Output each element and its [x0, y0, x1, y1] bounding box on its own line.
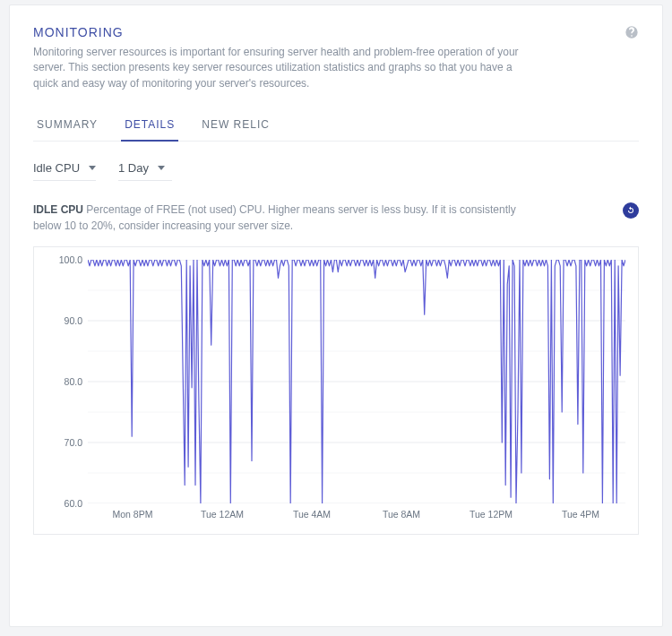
- tab-summary[interactable]: SUMMARY: [33, 111, 101, 142]
- x-tick-label: Tue 12AM: [201, 509, 244, 520]
- selectors-row: Idle CPU 1 Day: [33, 156, 639, 181]
- page-title: MONITORING: [33, 25, 535, 39]
- caret-down-icon: [158, 166, 165, 170]
- x-tick-label: Tue 12PM: [470, 509, 513, 520]
- monitoring-card: MONITORING Monitoring server resources i…: [9, 4, 663, 627]
- metric-description: IDLE CPU Percentage of FREE (not used) C…: [33, 202, 535, 234]
- metric-select[interactable]: Idle CPU: [33, 156, 96, 181]
- y-tick-label: 100.0: [59, 254, 88, 265]
- refresh-icon: [625, 205, 636, 216]
- x-tick-label: Tue 4AM: [293, 509, 331, 520]
- x-axis-labels: Mon 8PMTue 12AMTue 4AMTue 8AMTue 12PMTue…: [88, 509, 625, 521]
- chart-container: 100.090.080.070.060.0 Mon 8PMTue 12AMTue…: [33, 246, 639, 535]
- x-tick-label: Tue 4PM: [562, 509, 599, 520]
- range-select[interactable]: 1 Day: [118, 156, 172, 181]
- y-tick-label: 90.0: [65, 315, 88, 326]
- header-text: MONITORING Monitoring server resources i…: [33, 25, 535, 111]
- y-tick-label: 70.0: [65, 437, 88, 448]
- help-icon[interactable]: [625, 25, 639, 39]
- caret-down-icon: [89, 166, 96, 170]
- x-tick-label: Mon 8PM: [113, 509, 153, 520]
- y-tick-label: 60.0: [65, 498, 88, 509]
- metric-description-row: IDLE CPU Percentage of FREE (not used) C…: [33, 202, 639, 234]
- refresh-button[interactable]: [623, 202, 639, 219]
- y-tick-label: 80.0: [65, 376, 88, 387]
- range-select-label: 1 Day: [118, 161, 149, 175]
- metric-hint: Percentage of FREE (not used) CPU. Highe…: [33, 203, 516, 231]
- page-description: Monitoring server resources is important…: [33, 45, 535, 91]
- header-row: MONITORING Monitoring server resources i…: [33, 25, 639, 111]
- x-tick-label: Tue 8AM: [383, 509, 420, 520]
- tab-new-relic[interactable]: NEW RELIC: [198, 111, 273, 142]
- tab-details[interactable]: DETAILS: [121, 111, 178, 142]
- chart-svg: [88, 260, 625, 503]
- metric-select-label: Idle CPU: [33, 161, 80, 175]
- tabs: SUMMARY DETAILS NEW RELIC: [33, 111, 639, 142]
- metric-name: IDLE CPU: [33, 203, 83, 216]
- chart-plot-area: 100.090.080.070.060.0: [88, 260, 625, 503]
